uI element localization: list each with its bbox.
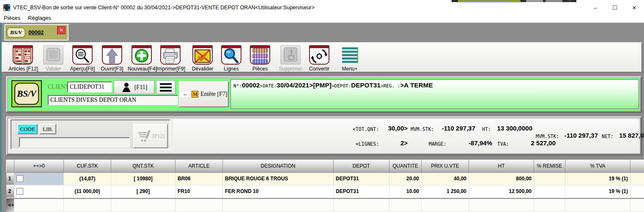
doc-depot-label: >DEPOT: bbox=[332, 83, 351, 89]
imprimer-button[interactable]: Imprimer[F9] bbox=[156, 45, 184, 72]
row-2-filler bbox=[630, 185, 644, 198]
col-header-tva[interactable]: % TVA bbox=[565, 160, 630, 172]
new-row-cell[interactable] bbox=[223, 199, 334, 212]
convertir-button[interactable]: Convertir bbox=[306, 45, 332, 72]
row-2-ht[interactable]: 12 500,00 bbox=[469, 185, 534, 198]
new-row-cell[interactable] bbox=[334, 199, 389, 212]
row-1-flag-cell[interactable] bbox=[14, 172, 64, 185]
ouvrir-button[interactable]: Ouvrir[F3] bbox=[100, 45, 124, 72]
client-menu-button[interactable] bbox=[156, 80, 175, 94]
new-row-cell[interactable] bbox=[111, 199, 175, 212]
row-2-qnt-stk[interactable]: [ 290] bbox=[111, 185, 175, 198]
row-1-header[interactable]: 1 bbox=[6, 172, 14, 185]
menu-reglages[interactable]: Réglages bbox=[24, 14, 55, 22]
code-toggle-button[interactable]: CODE bbox=[17, 124, 38, 134]
minimize-button[interactable]: – bbox=[586, 2, 605, 13]
lignes-button[interactable]: Lignes bbox=[219, 45, 244, 72]
row-1-filler bbox=[630, 172, 644, 185]
maximize-button[interactable]: ☐ bbox=[605, 2, 625, 13]
row-1-cuf-stk[interactable]: (14,87) bbox=[64, 172, 111, 185]
col-header-prix-u-vte[interactable]: PRIX U.VTE bbox=[422, 160, 469, 172]
client-code-input[interactable]: CLIDEPOT31 bbox=[67, 82, 112, 92]
article-search-input[interactable] bbox=[19, 137, 130, 147]
row-2-prix-u-vte[interactable]: 1 250,00 bbox=[422, 185, 469, 198]
hamburger-icon bbox=[160, 83, 172, 85]
pieces-button[interactable]: Pièces bbox=[248, 45, 272, 72]
doc-reg-label: >REG. : bbox=[381, 83, 400, 89]
entete-button[interactable]: – M Entête [F7] bbox=[179, 81, 229, 107]
title-bar: VTEC_BSV-Bon de sortie sur vente Client-… bbox=[0, 2, 644, 13]
valider-button: Valider bbox=[41, 45, 66, 72]
tab-document-number[interactable]: 00002 bbox=[28, 29, 44, 35]
convertir-button-label: Convertir bbox=[306, 66, 332, 72]
row-1-ht[interactable]: 800,00 bbox=[469, 172, 534, 185]
totals-panel: CODE LIB. [F12] <TOT. bbox=[6, 116, 642, 155]
apercu-button[interactable]: Aperçu[F8] bbox=[69, 45, 96, 72]
close-button[interactable]: ✕ bbox=[625, 2, 644, 13]
articles-button[interactable]: Articles [F12] bbox=[8, 45, 37, 72]
new-row-cell[interactable] bbox=[14, 199, 64, 212]
col-header-ht[interactable]: HT bbox=[469, 160, 534, 172]
col-header-remise[interactable]: % REMISE bbox=[534, 160, 565, 172]
row-2-cuf-stk[interactable]: (11 000,00) bbox=[64, 185, 111, 198]
row-1-quantite[interactable]: 20.00 bbox=[389, 172, 422, 185]
menu-plus-button[interactable]: Menu+ bbox=[337, 45, 362, 72]
lib-toggle-button[interactable]: LIB. bbox=[39, 124, 56, 134]
lignes-value: 2> bbox=[384, 139, 408, 147]
net-value: 15 827,00 bbox=[614, 132, 644, 139]
row-2-tva[interactable]: 19 % (1) bbox=[565, 185, 630, 198]
new-row-cell[interactable] bbox=[389, 199, 422, 212]
new-row-cell[interactable] bbox=[64, 199, 111, 212]
row-1-designation[interactable]: BRIQUE ROUGE 6 TROUS bbox=[223, 172, 334, 185]
doc-pmp-flag: >[PMP] bbox=[309, 82, 331, 89]
delete-icon bbox=[280, 45, 301, 65]
col-header-article[interactable]: ARTICLE bbox=[175, 160, 223, 172]
new-row-cell[interactable] bbox=[534, 199, 565, 212]
row-1-remise[interactable] bbox=[534, 172, 565, 185]
new-row-cell[interactable] bbox=[565, 199, 630, 212]
col-header-depot[interactable]: DEPOT bbox=[334, 160, 389, 172]
row-2-designation[interactable]: FER ROND 10 bbox=[223, 185, 334, 198]
col-header-quantite[interactable]: QUANTITE bbox=[389, 160, 422, 172]
articles-icon bbox=[13, 45, 33, 65]
row-1-qnt-stk[interactable]: [ 10980] bbox=[111, 172, 175, 185]
client-name-field[interactable]: CLIENTS DIVERS DEPOT ORAN bbox=[48, 95, 178, 105]
row-2-remise[interactable] bbox=[534, 185, 565, 198]
document-tab[interactable]: BS/V 00002 ✕ bbox=[4, 24, 69, 41]
row-2-quantite[interactable]: 10.00 bbox=[389, 185, 422, 198]
new-row-filler bbox=[630, 199, 644, 212]
marge-value: -87,94% bbox=[452, 139, 492, 147]
row-1-article[interactable]: BR06 bbox=[175, 172, 223, 185]
row-2-article[interactable]: FR10 bbox=[175, 185, 223, 198]
row-2-checkbox[interactable] bbox=[16, 188, 23, 195]
row-2-depot[interactable]: DEPOT31 bbox=[334, 185, 389, 198]
tab-bsv-badge: BS/V bbox=[7, 28, 25, 37]
row-1-prix-u-vte[interactable]: 40,00 bbox=[422, 172, 469, 185]
net-label: NET: bbox=[602, 133, 614, 139]
new-row-cell[interactable] bbox=[422, 199, 469, 212]
menu-pieces[interactable]: Pièces bbox=[0, 14, 24, 22]
convert-icon bbox=[309, 45, 329, 65]
new-row-header[interactable]: <+> bbox=[6, 199, 14, 212]
new-row-cell[interactable] bbox=[469, 199, 534, 212]
row-1-tva[interactable]: 19 % (1) bbox=[565, 172, 630, 185]
client-picker-button[interactable]: [F11] bbox=[114, 80, 154, 94]
tab-close-icon[interactable]: ✕ bbox=[57, 26, 66, 34]
devalider-button[interactable]: Dévalider bbox=[188, 45, 217, 72]
col-header-cuf-stk[interactable]: CUF.STK bbox=[64, 160, 111, 172]
col-header-qnt-stk[interactable]: QNT.STK bbox=[111, 160, 175, 172]
doc-number-label: N°: bbox=[233, 83, 242, 89]
row-2-flag-cell[interactable] bbox=[14, 185, 64, 198]
col-header-rownum[interactable] bbox=[6, 160, 14, 172]
doc-date-label: >DATE: bbox=[260, 83, 277, 89]
row-2-header[interactable]: 2 bbox=[6, 185, 14, 198]
nouveau-button[interactable]: Nouveau[F4] bbox=[128, 45, 156, 72]
entete-button-label: Entête [F7] bbox=[200, 91, 227, 98]
row-1-checkbox[interactable] bbox=[16, 175, 23, 182]
col-header-designation[interactable]: DESIGNATION bbox=[223, 160, 334, 172]
row-1-depot[interactable]: DEPOT31 bbox=[334, 172, 389, 185]
col-header-flags[interactable]: ++>0 bbox=[14, 160, 64, 172]
lines-grid: ++>0 CUF.STK QNT.STK ARTICLE DESIGNATION… bbox=[6, 160, 644, 212]
client-picker-key: [F11] bbox=[134, 84, 148, 91]
new-row-cell[interactable] bbox=[175, 199, 223, 212]
